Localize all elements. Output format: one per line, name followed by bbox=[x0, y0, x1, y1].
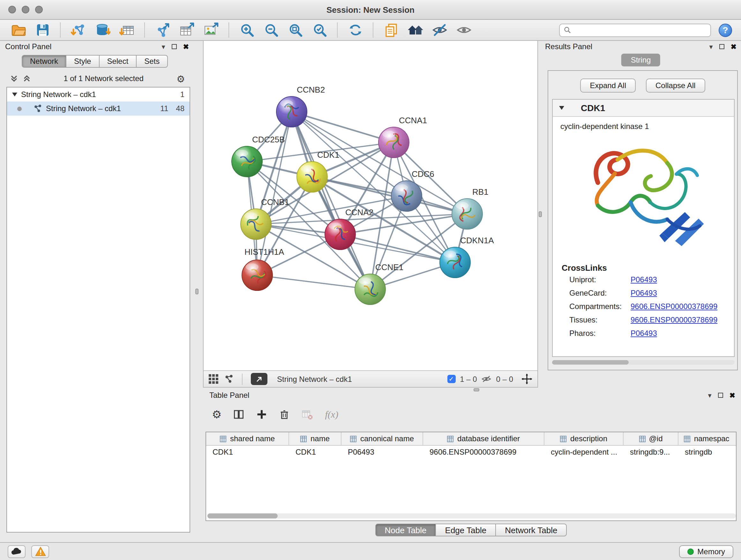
network-node-ccne1[interactable]: CCNE1 bbox=[355, 262, 403, 305]
bottom-splitter-handle[interactable] bbox=[474, 388, 479, 391]
export-image-button[interactable] bbox=[202, 21, 220, 39]
panel-close-icon[interactable]: ✖ bbox=[731, 43, 737, 50]
network-node-ccna1[interactable]: CCNA1 bbox=[379, 116, 427, 158]
control-panel-tabs: Network Style Select Sets bbox=[22, 55, 168, 68]
column-header[interactable]: name bbox=[289, 432, 341, 445]
network-row-selected[interactable]: String Network – cdk1 11 48 bbox=[7, 102, 190, 116]
tree-expand-icon[interactable] bbox=[12, 92, 17, 97]
column-edit-icon bbox=[350, 435, 357, 442]
network-glyph-icon[interactable] bbox=[224, 374, 233, 384]
network-node-ccnb2[interactable]: CCNB2 bbox=[276, 85, 325, 127]
help-button[interactable]: ? bbox=[719, 23, 732, 37]
selected-checkbox[interactable]: ✓ bbox=[447, 375, 455, 383]
search-input[interactable] bbox=[574, 25, 706, 35]
panel-float-icon[interactable]: ▾ bbox=[708, 392, 712, 399]
compartments-link[interactable]: 9606.ENSP00000378699 bbox=[630, 302, 718, 311]
network-view-title: String Network – cdk1 bbox=[277, 374, 352, 383]
collapse-all-icon[interactable] bbox=[10, 75, 18, 82]
network-node-rb1[interactable]: RB1 bbox=[452, 187, 488, 229]
import-network-database-button[interactable] bbox=[93, 21, 112, 39]
table-options-gear-icon[interactable]: ⚙ bbox=[212, 409, 222, 420]
node-label: CDKN1A bbox=[460, 236, 494, 245]
pharos-link[interactable]: P06493 bbox=[630, 329, 657, 338]
warning-button[interactable] bbox=[31, 545, 49, 558]
results-scrollbar[interactable] bbox=[552, 360, 735, 365]
tab-select[interactable]: Select bbox=[99, 55, 137, 68]
panel-close-icon[interactable]: ✖ bbox=[183, 43, 189, 50]
show-columns-icon[interactable] bbox=[233, 409, 245, 420]
network-node-cdk1[interactable]: CDK1 bbox=[297, 150, 339, 192]
panel-maximize-icon[interactable] bbox=[719, 44, 724, 49]
network-options-gear-icon[interactable]: ⚙ bbox=[177, 74, 185, 83]
tab-style[interactable]: Style bbox=[66, 55, 99, 68]
show-all-button[interactable] bbox=[455, 21, 473, 39]
column-header[interactable]: description bbox=[544, 432, 623, 445]
open-session-button[interactable] bbox=[9, 21, 27, 39]
column-header[interactable]: database identifier bbox=[423, 432, 544, 445]
duplicate-document-button[interactable] bbox=[382, 21, 400, 39]
selected-node-edge-counts: 1 – 0 bbox=[460, 374, 477, 383]
apply-layout-button[interactable] bbox=[346, 21, 364, 39]
open-in-window-button[interactable] bbox=[251, 373, 267, 385]
cloud-button[interactable] bbox=[8, 545, 25, 558]
pan-crosshair-icon[interactable] bbox=[522, 374, 532, 384]
birdseye-grid-icon[interactable] bbox=[209, 374, 218, 384]
genecard-link[interactable]: P06493 bbox=[630, 289, 657, 298]
column-header[interactable]: shared name bbox=[206, 432, 289, 445]
expand-all-icon[interactable] bbox=[23, 75, 30, 82]
tab-sets[interactable]: Sets bbox=[137, 55, 168, 68]
titlebar: Session: New Session bbox=[0, 0, 741, 20]
add-column-icon[interactable] bbox=[256, 409, 268, 420]
tissues-link[interactable]: 9606.ENSP00000378699 bbox=[630, 315, 718, 324]
home-view-button[interactable] bbox=[406, 21, 424, 39]
node-label: CDC6 bbox=[412, 169, 434, 179]
network-collection-row[interactable]: String Network – cdk1 1 bbox=[7, 87, 190, 102]
database-import-icon bbox=[95, 22, 110, 38]
network-node-cdkn1a[interactable]: CDKN1A bbox=[440, 236, 494, 278]
network-node-hist1h1a[interactable]: HIST1H1A bbox=[242, 247, 284, 291]
network-view[interactable]: CCNB2CCNA1CDC25BCDK1CDC6RB1CCNB1CCNA2CDK… bbox=[203, 40, 538, 388]
table-row[interactable]: CDK1 CDK1 P06493 9606.ENSP00000378699 cy… bbox=[206, 446, 736, 459]
toolbar-separator bbox=[228, 22, 229, 38]
crosslinks-title: CrossLinks bbox=[562, 263, 734, 273]
import-network-file-button[interactable] bbox=[69, 21, 87, 39]
export-network-button[interactable] bbox=[153, 21, 172, 39]
export-table-button[interactable] bbox=[178, 21, 196, 39]
tab-string[interactable]: String bbox=[621, 54, 661, 66]
panel-maximize-icon[interactable] bbox=[718, 393, 723, 398]
expand-all-button[interactable]: Expand All bbox=[581, 78, 636, 92]
collapse-all-button[interactable]: Collapse All bbox=[646, 78, 705, 92]
import-table-button[interactable] bbox=[118, 21, 136, 39]
table-horizontal-scrollbar[interactable] bbox=[207, 513, 736, 518]
column-header[interactable]: canonical name bbox=[341, 432, 423, 445]
gene-section-header[interactable]: CDK1 bbox=[553, 100, 734, 117]
delete-column-icon[interactable] bbox=[279, 409, 290, 420]
left-splitter-handle[interactable] bbox=[195, 289, 199, 294]
zoom-out-button[interactable] bbox=[262, 21, 280, 39]
save-session-button[interactable] bbox=[33, 21, 52, 39]
uniprot-link[interactable]: P06493 bbox=[630, 275, 657, 284]
tab-network[interactable]: Network bbox=[22, 55, 66, 68]
tab-edge-table[interactable]: Edge Table bbox=[436, 523, 496, 537]
main-toolbar: ? bbox=[0, 20, 741, 41]
panel-maximize-icon[interactable] bbox=[172, 44, 177, 49]
right-splitter-handle[interactable] bbox=[539, 211, 542, 217]
hide-selected-button[interactable] bbox=[430, 21, 449, 39]
panel-float-icon[interactable]: ▾ bbox=[710, 43, 713, 50]
tab-network-table[interactable]: Network Table bbox=[496, 523, 567, 537]
panel-close-icon[interactable]: ✖ bbox=[730, 392, 735, 399]
zoom-in-button[interactable] bbox=[238, 21, 256, 39]
network-canvas[interactable]: CCNB2CCNA1CDC25BCDK1CDC6RB1CCNB1CCNA2CDK… bbox=[204, 41, 537, 370]
search-icon bbox=[563, 26, 571, 34]
zoom-selected-button[interactable] bbox=[310, 21, 329, 39]
network-node-ccnb1[interactable]: CCNB1 bbox=[241, 197, 289, 240]
column-header[interactable]: @id bbox=[623, 432, 678, 445]
collection-label: String Network – cdk1 bbox=[21, 90, 96, 99]
panel-float-icon[interactable]: ▾ bbox=[162, 43, 165, 50]
section-collapse-icon[interactable] bbox=[559, 106, 564, 110]
column-header[interactable]: namespac bbox=[678, 432, 735, 445]
memory-button[interactable]: Memory bbox=[679, 545, 733, 558]
tab-node-table[interactable]: Node Table bbox=[375, 523, 436, 537]
warning-icon bbox=[35, 547, 46, 556]
zoom-fit-button[interactable] bbox=[286, 21, 305, 39]
